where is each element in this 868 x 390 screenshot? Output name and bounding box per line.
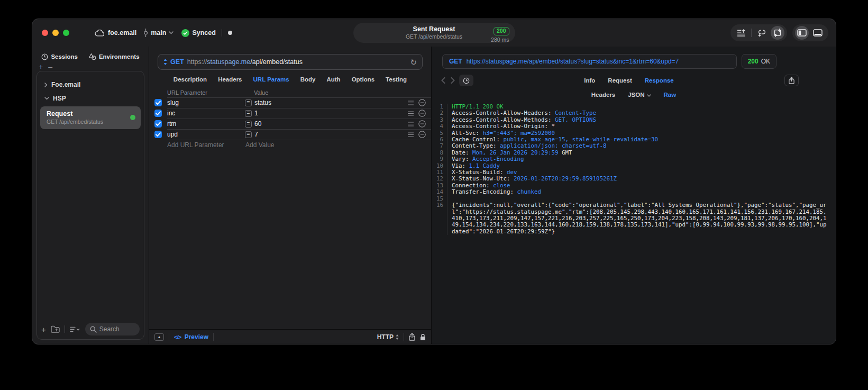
param-checkbox-upd[interactable] <box>154 131 162 138</box>
toggle-sidebar-button[interactable] <box>795 26 809 40</box>
new-request-button[interactable]: + <box>41 325 46 334</box>
project-name[interactable]: foe.email <box>108 29 136 37</box>
resend-request-button[interactable]: ↻ <box>410 58 417 66</box>
preview-button[interactable]: </> Preview <box>174 333 208 341</box>
param-name[interactable]: slug <box>167 99 245 106</box>
search-input[interactable] <box>99 325 135 333</box>
remove-param-button[interactable] <box>418 131 426 138</box>
add-session-button[interactable]: + <box>39 62 43 71</box>
code-line: 14Transfer-Encoding: chunked <box>432 189 836 195</box>
cloud-icon <box>95 30 104 37</box>
param-name[interactable]: inc <box>167 110 245 117</box>
tab-options[interactable]: Options <box>352 76 374 83</box>
tree-item-foe-email[interactable]: Foe.email <box>37 78 144 92</box>
subtab-json[interactable]: JSON <box>628 92 651 98</box>
response-subtabs: HeadersJSONRaw <box>432 92 836 98</box>
sent-request-pill[interactable]: Sent Request GET /api/embed/status 200 2… <box>353 23 515 43</box>
request-item-selected[interactable]: Request GET /api/embed/status <box>40 106 141 129</box>
request-method[interactable]: GET <box>170 58 184 66</box>
tab-headers[interactable]: Headers <box>218 76 242 83</box>
sync-loop-button[interactable] <box>754 26 770 40</box>
line-number: 9 <box>432 156 447 162</box>
response-body[interactable]: 1HTTP/1.1 200 OK2Access-Control-Allow-He… <box>432 104 836 344</box>
check-circle-icon <box>181 29 189 37</box>
request-response-button[interactable] <box>771 26 784 40</box>
previous-response-button[interactable] <box>440 77 446 84</box>
param-name[interactable]: rtm <box>167 120 245 128</box>
param-row: inc=1 <box>149 108 431 119</box>
panel-toggle-group <box>792 24 828 41</box>
status-badge: 200 <box>494 27 509 35</box>
param-row: upd=7 <box>149 129 431 140</box>
tab-description[interactable]: Description <box>173 76 207 83</box>
param-name[interactable]: upd <box>167 131 245 138</box>
sync-status[interactable]: Synced <box>181 29 215 37</box>
history-controls <box>440 75 473 86</box>
search-field[interactable] <box>85 323 140 335</box>
request-status-dot-icon <box>130 115 135 120</box>
param-value[interactable]: status <box>254 99 271 106</box>
param-value[interactable]: 7 <box>254 131 258 138</box>
tab-auth[interactable]: Auth <box>326 76 340 83</box>
tab-body[interactable]: Body <box>300 76 316 83</box>
subtab-headers[interactable]: Headers <box>591 92 615 98</box>
tab-environments[interactable]: Environments <box>88 53 140 60</box>
stepper-icon <box>396 334 399 340</box>
tab-request[interactable]: Request <box>608 77 632 84</box>
drag-handle-icon[interactable] <box>408 111 414 116</box>
sort-filter-button[interactable] <box>70 326 80 332</box>
remove-param-button[interactable] <box>418 99 426 106</box>
session-indicator-icon <box>228 31 232 35</box>
remove-session-button[interactable]: – <box>48 62 52 71</box>
drag-handle-icon[interactable] <box>408 132 414 137</box>
request-url-bar[interactable]: GET https://statuspage.me/api/embed/stat… <box>158 54 423 70</box>
request-pane: GET https://statuspage.me/api/embed/stat… <box>149 47 432 344</box>
chevron-down-icon <box>44 97 49 100</box>
tab-info[interactable]: Info <box>584 77 595 84</box>
drag-handle-icon[interactable] <box>408 122 414 126</box>
footer-divider <box>404 333 404 341</box>
remove-param-button[interactable] <box>418 110 426 117</box>
subtab-label: Raw <box>664 92 677 98</box>
share-request-button[interactable] <box>409 333 415 341</box>
add-url-parameter-field[interactable]: Add URL Parameter <box>167 141 245 149</box>
request-url[interactable]: https://statuspage.me/api/embed/status <box>187 58 303 66</box>
toggle-bottom-panel-button[interactable] <box>810 26 826 40</box>
response-nav: InfoRequestResponse <box>440 75 799 86</box>
sent-request-summary: Sent Request GET /api/embed/status <box>406 25 462 41</box>
titlebar-divider <box>222 29 222 37</box>
next-response-button[interactable] <box>450 77 456 84</box>
subtab-raw[interactable]: Raw <box>664 92 677 98</box>
tree-item-label: Foe.email <box>51 81 80 88</box>
protocol-selector[interactable]: HTTP <box>377 333 399 341</box>
branch-name: main <box>151 29 166 37</box>
collapse-panel-button[interactable]: ▲ <box>154 333 164 341</box>
equals-icon: = <box>245 110 252 117</box>
footer-divider <box>169 333 169 341</box>
zoom-window-button[interactable] <box>63 30 69 36</box>
scroll-to-top-button[interactable] <box>733 26 749 40</box>
tab-url-params[interactable]: URL Params <box>253 76 289 83</box>
add-value-field[interactable]: Add Value <box>245 141 275 149</box>
export-response-button[interactable] <box>784 75 799 86</box>
tab-sessions[interactable]: Sessions <box>41 53 78 60</box>
sessions-panel: Foe.email HSP Request GET /api/embed/sta <box>36 71 144 340</box>
tab-testing[interactable]: Testing <box>386 76 407 83</box>
branch-selector[interactable]: main <box>143 29 173 37</box>
tab-response[interactable]: Response <box>645 77 674 84</box>
method-stepper-icon[interactable] <box>163 59 167 65</box>
param-value[interactable]: 60 <box>254 120 261 128</box>
param-checkbox-rtm[interactable] <box>154 120 162 128</box>
add-param-row: Add URL Parameter Add Value <box>149 140 431 150</box>
param-value[interactable]: 1 <box>254 110 258 117</box>
history-button[interactable] <box>459 75 473 86</box>
drag-handle-icon[interactable] <box>408 101 414 105</box>
close-window-button[interactable] <box>42 30 48 36</box>
param-checkbox-slug[interactable] <box>154 99 162 106</box>
tree-item-hsp[interactable]: HSP <box>37 92 144 105</box>
response-url-display[interactable]: GET https://statuspage.me/api/embed/stat… <box>442 54 737 69</box>
new-folder-button[interactable] <box>51 325 60 333</box>
remove-param-button[interactable] <box>418 120 426 128</box>
minimize-window-button[interactable] <box>52 30 59 36</box>
param-checkbox-inc[interactable] <box>154 110 162 117</box>
